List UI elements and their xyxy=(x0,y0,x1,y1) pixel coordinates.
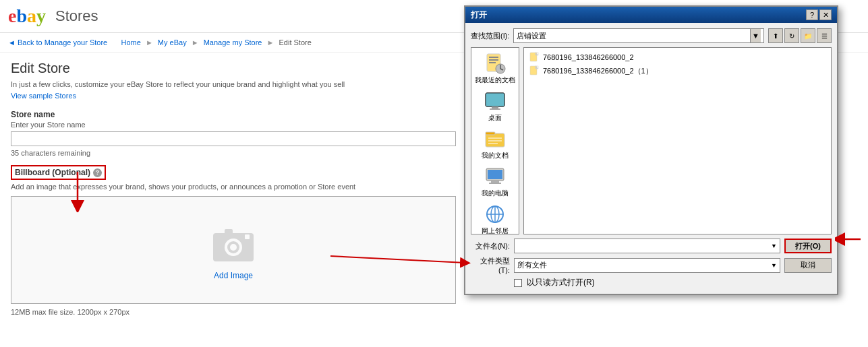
svg-rect-27 xyxy=(488,170,502,179)
file-size-note: 12MB max file size. 1200px x 270px xyxy=(11,308,857,316)
sidebar-item-documents[interactable]: 我的文档 xyxy=(472,126,518,162)
back-link[interactable]: ◄ Back to Manage your Store xyxy=(8,38,107,46)
svg-rect-15 xyxy=(489,62,496,63)
toolbar-icons: ⬆ ↻ 📁 ☰ xyxy=(768,28,832,43)
network-icon xyxy=(484,203,506,225)
ebay-logo: ebay xyxy=(8,5,46,27)
file-item-2[interactable]: 7680196_133846266000_2（1） xyxy=(527,64,828,77)
filename-label: 文件名(N): xyxy=(471,241,510,251)
view-icon[interactable]: ☰ xyxy=(817,28,832,43)
filename-combo-arrow[interactable]: ▼ xyxy=(771,243,777,249)
svg-rect-5 xyxy=(245,234,250,239)
filename-row: 文件名(N): ▼ 打开(O) xyxy=(471,239,832,253)
filetype-value: 所有文件 xyxy=(517,260,771,270)
location-value: 店铺设置 xyxy=(517,31,750,41)
sidebar-item-desktop[interactable]: 桌面 xyxy=(472,88,518,125)
breadcrumb-current: Edit Store xyxy=(279,38,312,46)
camera-icon xyxy=(210,220,257,267)
dialog-help-button[interactable]: ? xyxy=(806,9,818,20)
breadcrumb-manage[interactable]: Manage my Store xyxy=(204,38,262,46)
recent-docs-icon xyxy=(484,53,506,74)
svg-rect-14 xyxy=(489,59,498,61)
svg-rect-18 xyxy=(486,93,504,106)
nav-up-icon[interactable]: ⬆ xyxy=(768,28,783,43)
dialog-location-row: 查找范围(I): 店铺设置 ▼ ⬆ ↻ 📁 ☰ xyxy=(471,28,832,43)
refresh-icon[interactable]: ↻ xyxy=(784,28,799,43)
billboard-label: Billboard (Optional) ? xyxy=(11,165,106,180)
sidebar-label-recent: 我最近的文档 xyxy=(475,75,515,85)
dialog-body: 查找范围(I): 店铺设置 ▼ ⬆ ↻ 📁 ☰ xyxy=(465,23,837,294)
dialog-title-buttons: ? ✕ xyxy=(806,9,832,20)
sidebar-label-desktop: 桌面 xyxy=(488,113,502,123)
readonly-row: 以只读方式打开(R) xyxy=(514,277,832,288)
breadcrumb-myebay[interactable]: My eBay xyxy=(158,38,187,46)
readonly-label: 以只读方式打开(R) xyxy=(527,277,595,288)
filetype-combo[interactable]: 所有文件 ▼ xyxy=(514,258,780,273)
dialog-bottom: 文件名(N): ▼ 打开(O) 文件类型(T): 所有文件 ▼ 取消 以只读方式… xyxy=(471,239,832,288)
file-name-1: 7680196_133846266000_2 xyxy=(543,53,634,61)
dialog-files[interactable]: 7680196_133846266000_2 7680196_133846266… xyxy=(523,47,832,234)
sidebar-label-computer: 我的电脑 xyxy=(482,189,509,198)
dialog-sidebar: 我最近的文档 桌面 xyxy=(471,47,519,234)
desktop-icon xyxy=(484,90,506,112)
dialog-location: 店铺设置 ▼ xyxy=(513,28,764,43)
file-item-1[interactable]: 7680196_133846266000_2 xyxy=(527,51,828,64)
readonly-checkbox[interactable] xyxy=(514,279,522,287)
dialog-content: 我最近的文档 桌面 xyxy=(471,47,832,234)
file-icon-1 xyxy=(529,52,540,63)
filetype-label: 文件类型(T): xyxy=(471,256,510,274)
svg-rect-25 xyxy=(488,143,498,144)
stores-label: Stores xyxy=(55,7,98,25)
location-combo-arrow[interactable]: ▼ xyxy=(750,29,761,42)
filetype-combo-arrow[interactable]: ▼ xyxy=(771,262,777,269)
svg-rect-29 xyxy=(489,183,501,184)
file-name-2: 7680196_133846266000_2（1） xyxy=(543,66,653,76)
filename-combo[interactable]: ▼ xyxy=(514,239,780,253)
svg-rect-24 xyxy=(488,140,502,141)
dialog-title: 打开 xyxy=(471,9,487,21)
sidebar-item-recent[interactable]: 我最近的文档 xyxy=(472,51,518,87)
file-icon-2 xyxy=(529,65,540,76)
breadcrumb-home[interactable]: Home xyxy=(121,38,141,46)
sidebar-label-documents: 我的文档 xyxy=(482,151,509,160)
svg-rect-28 xyxy=(491,181,499,183)
svg-rect-4 xyxy=(225,229,233,234)
my-computer-icon xyxy=(484,166,506,187)
sidebar-item-network[interactable]: 网上邻居 xyxy=(472,201,518,234)
location-label: 查找范围(I): xyxy=(471,31,509,41)
file-open-dialog: 打开 ? ✕ 查找范围(I): 店铺设置 ▼ ⬆ ↻ 📁 ☰ xyxy=(464,5,838,295)
svg-point-3 xyxy=(230,244,237,251)
svg-rect-23 xyxy=(488,137,502,139)
my-documents-icon xyxy=(484,128,506,150)
dialog-titlebar: 打开 ? ✕ xyxy=(465,7,837,23)
view-sample-link[interactable]: View sample Stores xyxy=(11,92,76,100)
add-image-link[interactable]: Add Image xyxy=(214,271,253,280)
svg-rect-20 xyxy=(490,108,500,110)
store-name-input[interactable] xyxy=(11,131,456,146)
location-combo[interactable]: 店铺设置 ▼ xyxy=(513,28,764,43)
sidebar-item-computer[interactable]: 我的电脑 xyxy=(472,164,518,200)
new-folder-icon[interactable]: 📁 xyxy=(801,28,815,43)
info-icon[interactable]: ? xyxy=(93,168,102,177)
filetype-row: 文件类型(T): 所有文件 ▼ 取消 xyxy=(471,256,832,274)
svg-rect-22 xyxy=(486,132,495,135)
dialog-close-button[interactable]: ✕ xyxy=(819,9,832,20)
svg-rect-13 xyxy=(489,57,498,58)
open-button[interactable]: 打开(O) xyxy=(784,239,832,253)
billboard-dropzone[interactable]: Add Image xyxy=(11,196,456,304)
cancel-button[interactable]: 取消 xyxy=(784,258,832,273)
sidebar-label-network: 网上邻居 xyxy=(482,226,509,234)
